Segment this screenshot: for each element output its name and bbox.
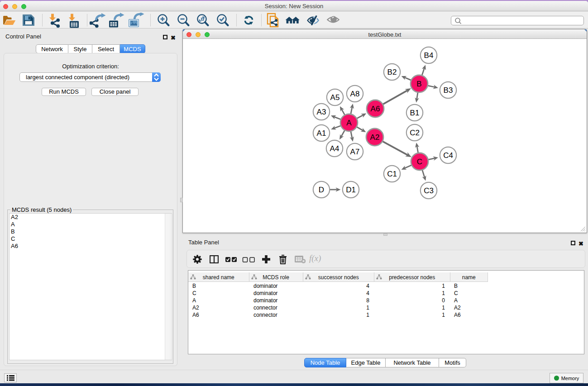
svg-text:A2: A2 xyxy=(370,133,380,142)
svg-text:A7: A7 xyxy=(350,148,360,156)
svg-text:A8: A8 xyxy=(350,90,360,98)
svg-text:D1: D1 xyxy=(346,186,356,194)
svg-text:C3: C3 xyxy=(424,186,434,195)
svg-text:B3: B3 xyxy=(444,86,453,95)
svg-text:B1: B1 xyxy=(410,109,420,117)
svg-text:B2: B2 xyxy=(387,68,397,76)
svg-text:B: B xyxy=(416,80,421,88)
svg-text:B4: B4 xyxy=(424,51,434,60)
svg-text:A1: A1 xyxy=(317,129,326,138)
svg-text:A6: A6 xyxy=(371,105,380,113)
svg-text:C4: C4 xyxy=(443,151,453,160)
svg-text:A3: A3 xyxy=(317,108,326,116)
svg-text:C1: C1 xyxy=(387,170,397,178)
svg-text:C2: C2 xyxy=(410,129,420,137)
svg-text:A5: A5 xyxy=(330,93,340,102)
svg-text:A: A xyxy=(346,119,352,127)
svg-text:D: D xyxy=(319,186,324,194)
svg-text:C: C xyxy=(417,157,422,166)
svg-text:A4: A4 xyxy=(330,144,339,153)
